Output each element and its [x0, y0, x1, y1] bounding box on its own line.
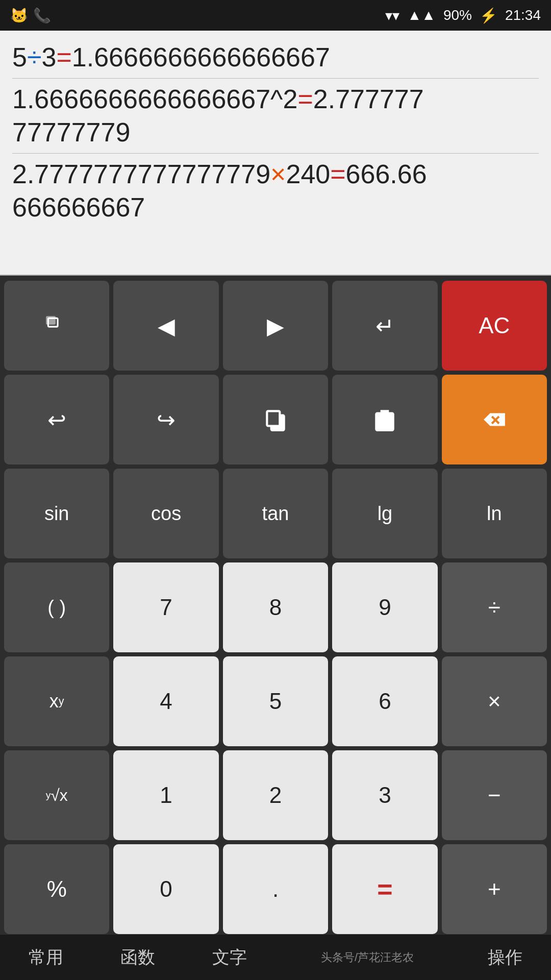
ln-button[interactable]: ln	[442, 469, 547, 558]
wifi-icon: ▾▾	[385, 7, 399, 24]
6-button[interactable]: 6	[332, 656, 437, 746]
display-line-5: 666666667	[12, 191, 539, 224]
tan-button[interactable]: tan	[223, 469, 328, 558]
0-button[interactable]: 0	[113, 844, 218, 934]
backspace-button[interactable]	[442, 375, 547, 464]
cos-button[interactable]: cos	[113, 469, 218, 558]
nav-watermark: 头条号/芦花汪老农	[276, 934, 459, 980]
divider-1	[12, 78, 539, 79]
multiply-button[interactable]: ×	[442, 656, 547, 746]
bolt-icon: ⚡	[480, 7, 497, 24]
equals-button[interactable]: =	[332, 844, 437, 934]
power-button[interactable]: xy	[4, 656, 109, 746]
time-label: 21:34	[505, 7, 541, 23]
bottom-navigation: 常用 函数 文字 头条号/芦花汪老农 操作	[0, 934, 551, 980]
4-button[interactable]: 4	[113, 656, 218, 746]
lg-button[interactable]: lg	[332, 469, 437, 558]
8-button[interactable]: 8	[223, 562, 328, 652]
percent-button[interactable]: %	[4, 844, 109, 934]
plus-button[interactable]: +	[442, 844, 547, 934]
display-line-3: 77777779	[12, 116, 539, 149]
undo-button[interactable]: ↩	[4, 375, 109, 464]
divider-2	[12, 153, 539, 154]
cursor-left-button[interactable]: ◀	[113, 281, 218, 371]
control-row-1: ◀ ▶ ↵ AC	[4, 281, 547, 371]
minus-button[interactable]: −	[442, 750, 547, 840]
dot-button[interactable]: .	[223, 844, 328, 934]
history-button[interactable]	[4, 281, 109, 371]
3-button[interactable]: 3	[332, 750, 437, 840]
status-left-icons: 🐱 📞	[10, 7, 51, 24]
redo-button[interactable]: ↪	[113, 375, 218, 464]
status-bar: 🐱 📞 ▾▾ ▲▲ 90% ⚡ 21:34	[0, 0, 551, 31]
number-row-1: ( ) 7 8 9 ÷	[4, 562, 547, 652]
nav-functions[interactable]: 函数	[92, 934, 184, 980]
control-row-2: ↩ ↪	[4, 375, 547, 464]
ac-button[interactable]: AC	[442, 281, 547, 371]
status-right-info: ▾▾ ▲▲ 90% ⚡ 21:34	[385, 7, 541, 24]
2-button[interactable]: 2	[223, 750, 328, 840]
5-button[interactable]: 5	[223, 656, 328, 746]
number-row-3: y√x 1 2 3 −	[4, 750, 547, 840]
display-line-2: 1.6666666666666667^2=2.777777	[12, 83, 539, 116]
signal-icon: ▲▲	[407, 7, 435, 23]
cursor-right-button[interactable]: ▶	[223, 281, 328, 371]
enter-button[interactable]: ↵	[332, 281, 437, 371]
divide-button[interactable]: ÷	[442, 562, 547, 652]
phone-icon: 📞	[33, 7, 51, 24]
yroot-button[interactable]: y√x	[4, 750, 109, 840]
sin-button[interactable]: sin	[4, 469, 109, 558]
display-line-4: 2.7777777777777779×240=666.66	[12, 158, 539, 191]
7-button[interactable]: 7	[113, 562, 218, 652]
calculator-keypad: ◀ ▶ ↵ AC ↩ ↪	[0, 276, 551, 934]
nav-operations[interactable]: 操作	[459, 934, 551, 980]
nav-common[interactable]: 常用	[0, 934, 92, 980]
trig-row: sin cos tan lg ln	[4, 469, 547, 558]
1-button[interactable]: 1	[113, 750, 218, 840]
number-row-2: xy 4 5 6 ×	[4, 656, 547, 746]
9-button[interactable]: 9	[332, 562, 437, 652]
nav-text[interactable]: 文字	[184, 934, 276, 980]
cat-icon: 🐱	[10, 7, 28, 24]
battery-label: 90%	[443, 7, 472, 23]
parentheses-button[interactable]: ( )	[4, 562, 109, 652]
number-row-4: % 0 . = +	[4, 844, 547, 934]
display-line-1: 5÷3=1.6666666666666667	[12, 41, 539, 74]
svg-rect-4	[377, 413, 393, 430]
copy-button[interactable]	[223, 375, 328, 464]
paste-button[interactable]	[332, 375, 437, 464]
svg-rect-3	[267, 411, 280, 426]
calculator-display: 5÷3=1.6666666666666667 1.666666666666666…	[0, 31, 551, 276]
